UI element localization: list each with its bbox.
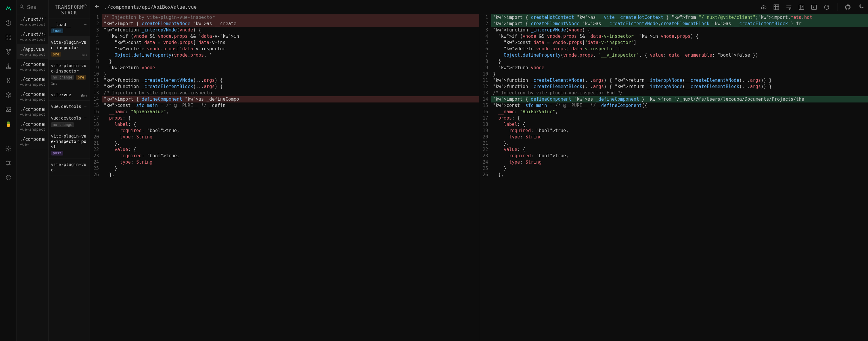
code-line: }	[102, 165, 479, 172]
code-line: Object.defineProperty(vnode.props, '__v_…	[491, 52, 868, 58]
svg-point-25	[20, 5, 23, 7]
box-icon[interactable]	[5, 92, 12, 98]
panel-left-icon[interactable]	[798, 4, 805, 10]
file-path-label: ./.nuxt/ico	[20, 32, 45, 37]
code-line: label: {	[491, 121, 868, 128]
line-number: 24	[479, 159, 488, 165]
wrap-icon[interactable]	[785, 4, 792, 10]
logo-icon[interactable]	[5, 5, 12, 12]
line-number: 10	[90, 71, 99, 77]
github-icon[interactable]	[845, 4, 851, 10]
line-number: 9	[90, 65, 99, 71]
info-icon[interactable]	[5, 20, 12, 26]
theme-toggle-icon[interactable]	[857, 4, 864, 10]
stack-name: vite-plugin-vue-inspector	[51, 39, 87, 50]
line-number: 11	[90, 77, 99, 84]
code-line: type: String	[102, 134, 479, 140]
svg-point-6	[9, 38, 10, 40]
code-line: },	[102, 172, 479, 178]
stack-row[interactable]: vue:devtoolsno change−	[49, 112, 90, 130]
line-number: 8	[479, 58, 488, 65]
line-number: 23	[479, 153, 488, 159]
stack-row[interactable]: vite-plugin-vue-inspector:postpost−	[49, 130, 90, 159]
file-path-label: ./component	[20, 62, 45, 67]
code-line: "kw">delete vnode.props['data-v-inspecto…	[491, 46, 868, 52]
file-plugin-label: vue-	[20, 142, 45, 147]
file-path-label: ./app.vue	[20, 47, 45, 52]
stack-row[interactable]: vite-plugin-vue-inspectorpre1ms	[49, 36, 90, 60]
line-number: 21	[90, 140, 99, 147]
code-line: }	[102, 71, 479, 77]
svg-point-15	[7, 108, 8, 110]
line-number: 11	[479, 77, 488, 84]
svg-rect-5	[6, 38, 7, 40]
stack-tag: no change	[51, 75, 74, 80]
file-row[interactable]: ./.nuxt/i18vue:devtools	[17, 14, 48, 29]
pineapple-icon[interactable]: 🍍	[5, 120, 12, 127]
code-line: "kw">const data = vnode.props['data-v-in…	[102, 39, 479, 46]
line-number: 16	[90, 109, 99, 115]
cloud-icon[interactable]	[761, 4, 767, 10]
refresh-icon[interactable]	[823, 4, 830, 10]
dash-icon: −	[84, 133, 87, 138]
line-number: 5	[90, 39, 99, 46]
stack-row[interactable]: __load__load−	[49, 19, 90, 36]
back-button[interactable]	[94, 4, 100, 10]
stack-tag: load	[51, 28, 63, 33]
file-plugin-label: vue-inspector	[20, 127, 45, 131]
line-number: 13	[90, 90, 99, 96]
icon-sidebar: 🍍	[0, 0, 17, 341]
file-path-label: ./component	[20, 92, 45, 97]
stack-row[interactable]: vue:devtools−	[49, 101, 90, 112]
svg-point-2	[8, 22, 8, 22]
file-row[interactable]: ./componentvue-inspector	[17, 89, 48, 104]
file-row[interactable]: ./componentvue-inspector	[17, 74, 48, 89]
svg-point-13	[9, 68, 10, 69]
file-row[interactable]: ./componentvue-inspector	[17, 59, 48, 74]
stack-row[interactable]: vite-plugin-vue-inspectorno changepre1ms	[49, 60, 90, 89]
code-line: }	[491, 71, 868, 77]
file-plugin-label: vue-inspector	[20, 97, 45, 101]
code-line: props: {	[491, 115, 868, 121]
file-row[interactable]: ./componentvue-inspector	[17, 104, 48, 119]
file-list-panel: ./.nuxt/i18vue:devtools./.nuxt/icovue:de…	[17, 0, 49, 341]
components-icon[interactable]	[5, 34, 12, 41]
file-row[interactable]: ./componentvue-inspector	[17, 119, 48, 134]
image-icon[interactable]	[5, 106, 12, 113]
code-line: "kw">import { createElementVNode "kw">as…	[102, 21, 479, 27]
chip-icon[interactable]	[5, 174, 12, 181]
tree-icon[interactable]	[5, 63, 12, 69]
panel-right-icon[interactable]	[811, 4, 817, 10]
diff-view: 1234567891011121314151617181920212223242…	[90, 14, 868, 341]
svg-rect-23	[7, 176, 10, 179]
search-input[interactable]	[27, 4, 45, 10]
stack-row[interactable]: vite:vue6ms	[49, 89, 90, 101]
sliders-icon[interactable]	[5, 160, 12, 166]
svg-point-9	[7, 53, 9, 55]
file-path-label: ./.nuxt/i18	[20, 17, 45, 22]
stack-time: 1ms	[81, 53, 87, 57]
line-number: 16	[479, 109, 488, 115]
code-line: "kw">const _sfc_main = /* @__PURE__ */ _…	[102, 102, 479, 109]
svg-point-27	[85, 6, 86, 7]
stack-row[interactable]: vite-plugin-vue-	[49, 159, 90, 176]
settings-icon[interactable]	[5, 145, 12, 152]
stack-settings-icon[interactable]	[83, 4, 88, 10]
code-line: }	[102, 58, 479, 65]
stack-name: vue:devtools	[51, 104, 87, 109]
file-path-label: ./component	[20, 107, 45, 112]
stack-tag: pre	[76, 75, 86, 80]
file-row[interactable]: ./app.vuevue-inspector	[17, 44, 48, 59]
file-row[interactable]: ./componentvue-	[17, 134, 48, 149]
line-number: 2	[90, 21, 99, 27]
code-line: required: "bool">true,	[491, 153, 868, 159]
graph-icon[interactable]	[5, 49, 12, 55]
stack-name: vite-plugin-vue-inspector	[51, 63, 87, 74]
code-line: }	[491, 58, 868, 65]
file-row[interactable]: ./.nuxt/icovue:devtools	[17, 29, 48, 44]
hooks-icon[interactable]	[5, 77, 12, 84]
line-number: 14	[479, 96, 488, 102]
code-line: "kw">function _createElementBlock(...arg…	[102, 84, 479, 90]
grid-icon[interactable]	[773, 4, 780, 10]
code-line: required: "bool">true,	[102, 153, 479, 159]
